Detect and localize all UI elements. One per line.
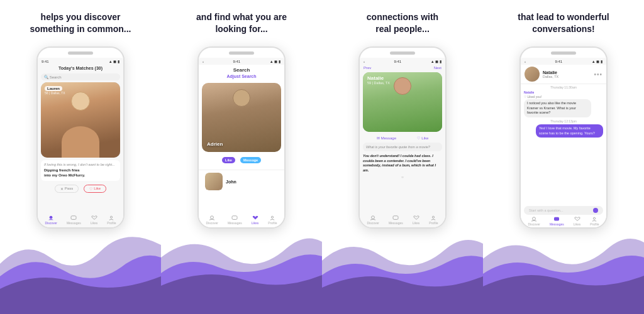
phone-2-status: ‹ 9:41 ▲ ◼ ▮ [199, 58, 284, 65]
svg-point-6 [372, 216, 375, 219]
chat-name: Natalie [543, 70, 558, 75]
nav-messages-label: Messages [67, 221, 81, 225]
nav3-discover[interactable]: Discover [367, 215, 379, 225]
bottom-nav-3: Discover Messages Likes Profile [360, 215, 445, 225]
heart-icon-4: ♡ [524, 95, 526, 99]
nav4-profile[interactable]: Profile [590, 217, 599, 226]
panel-2: and find what you are looking for... ‹ 9… [161, 0, 322, 314]
nav3-messages[interactable]: Messages [389, 215, 403, 225]
app-panels: helps you discover something in common..… [0, 0, 644, 314]
nav2-likes-label: Likes [252, 221, 259, 225]
adjust-search-btn[interactable]: Adjust Search [199, 74, 284, 81]
svg-rect-4 [232, 216, 237, 220]
status-icons-2: ▲ ◼ ▮ [270, 59, 280, 63]
liked-text: Liked you! [527, 95, 541, 99]
message-label-3: Message [381, 136, 396, 140]
movie-question: What is your favorite quote from a movie… [363, 143, 442, 151]
wave-bg-3 [322, 214, 483, 314]
nav3-likes-label: Likes [413, 221, 420, 225]
status-icons-4: ▲ ◼ ▮ [592, 59, 602, 63]
like-icon-3: ♡ [417, 136, 420, 140]
panel-4: that lead to wonderful conversations! ‹ … [483, 0, 644, 314]
phone-3: ‹ 9:41 ▲ ◼ ▮ Prev Next Natalie 59 | Dall… [358, 46, 447, 229]
nav4-likes[interactable]: Likes [574, 217, 581, 226]
nav-likes[interactable]: Likes [91, 215, 98, 225]
nav3-messages-label: Messages [389, 221, 403, 225]
nav3-discover-label: Discover [367, 221, 379, 225]
chat-date: Thursday 11:30am [521, 85, 606, 89]
nav3-profile[interactable]: Profile [429, 215, 438, 225]
nav4-discover-label: Discover [528, 222, 540, 226]
back-icon: ‹ [203, 60, 204, 63]
bottom-nav-2: Discover Messages Likes Profile [199, 215, 284, 225]
nav-messages[interactable]: Messages [67, 215, 81, 225]
message-btn-3[interactable]: ✉ Message [377, 136, 396, 140]
search-placeholder: Search [50, 75, 62, 79]
like-button[interactable]: ♡ Like [84, 185, 106, 193]
quote-italic: If loving this is wrong, I don't want to… [44, 163, 117, 167]
phone-1-search[interactable]: 🔍 Search [41, 73, 120, 80]
card-name: Lauren [45, 86, 62, 91]
phone-3-actions: ✉ Message ♡ Like [360, 133, 445, 143]
nav-likes-label: Likes [91, 221, 98, 225]
status-time-2: 9:41 [233, 60, 241, 63]
svg-point-2 [111, 216, 113, 218]
send-button[interactable] [593, 208, 598, 213]
status-icons-3: ▲ ◼ ▮ [431, 59, 441, 63]
chat-location: Dallas, TX [543, 75, 558, 78]
chat-bubble-1: I noticed you also like the movie Kramer… [524, 99, 591, 117]
bottom-nav-4: Discover Messages Likes Profile [521, 217, 606, 226]
nav-profile[interactable]: Profile [107, 215, 116, 225]
bottom-nav-1: Discover Messages Likes Profile [38, 215, 123, 225]
nav4-messages[interactable]: Messages [550, 217, 564, 226]
back-icon-4: ‹ [525, 60, 526, 63]
search-avatar-2 [205, 173, 223, 190]
nav4-discover[interactable]: Discover [528, 217, 540, 226]
wave-bg-4 [483, 214, 644, 314]
search-msg-btn-1[interactable]: Message [240, 157, 261, 163]
movie-answer: You don't understand! I coulda had class… [363, 154, 442, 173]
phone-1-actions: ✕ Pass ♡ Like [38, 185, 123, 193]
svg-rect-10 [554, 217, 559, 221]
bubble-2-text: Yes! I love that movie. My favorite scen… [539, 126, 595, 135]
person-head [71, 92, 90, 111]
next-btn[interactable]: Next [434, 66, 441, 70]
nav-discover[interactable]: Discover [45, 215, 57, 225]
nav2-likes[interactable]: Likes [252, 215, 259, 225]
search-item-2: John [199, 170, 284, 193]
phone-1-status: 9:41 ▲ ◼ ▮ [38, 58, 123, 65]
pass-label: Pass [65, 187, 73, 190]
quote-bold: Dipping french fries into my Oreo McFlur… [44, 168, 117, 178]
pass-button[interactable]: ✕ Pass [55, 185, 79, 193]
phone-2: ‹ 9:41 ▲ ◼ ▮ Search Adjust Search Adrien… [197, 46, 286, 229]
chat-input[interactable]: Start with a question... [524, 206, 603, 215]
prev-btn[interactable]: Prev [364, 66, 371, 70]
nav2-messages[interactable]: Messages [228, 215, 242, 225]
chat-date-2: Thursday 12:13pm [524, 119, 603, 123]
nav3-likes[interactable]: Likes [413, 215, 420, 225]
panel-4-heading: that lead to wonderful conversations! [518, 11, 609, 38]
card-name-3: Natalie [367, 75, 384, 81]
panel-1-heading: helps you discover something in common..… [30, 11, 131, 38]
svg-point-5 [272, 216, 274, 218]
nav2-profile[interactable]: Profile [268, 215, 277, 225]
like-btn-3[interactable]: ♡ Like [417, 136, 428, 140]
phone-4: ‹ 9:41 ▲ ◼ ▮ Natalie Dallas, TX ••• Thur… [519, 46, 608, 229]
status-time-4: 9:41 [555, 60, 563, 63]
person-head-3 [394, 77, 411, 95]
svg-point-0 [50, 216, 53, 219]
nav4-profile-label: Profile [590, 222, 599, 226]
card-age-loc: 56 | Dallas, TX [45, 91, 65, 95]
phone-1-quote: If loving this is wrong, I don't want to… [41, 160, 120, 181]
heart-icon: ♡ [89, 187, 92, 191]
wave-bg-2 [161, 214, 322, 314]
search-name-2: John [226, 180, 278, 184]
nav2-discover[interactable]: Discover [206, 215, 218, 225]
options-icon[interactable]: ••• [594, 71, 602, 78]
svg-point-11 [594, 217, 596, 219]
like-label: Like [94, 187, 101, 190]
like-label-3: Like [421, 136, 428, 140]
search-like-btn-1[interactable]: Like [222, 157, 235, 163]
chat-bubble-2: Yes! I love that movie. My favorite scen… [536, 124, 603, 138]
panel-3: connections with real people... ‹ 9:41 ▲… [322, 0, 483, 314]
